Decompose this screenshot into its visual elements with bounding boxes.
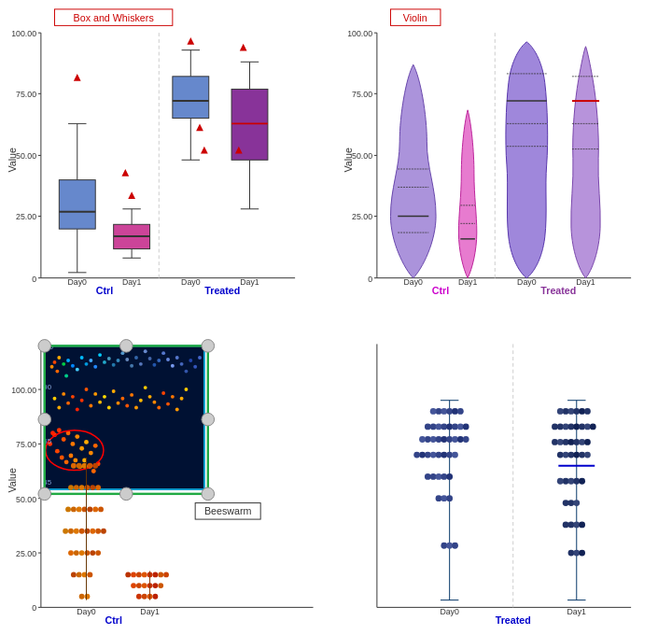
bee-ctrl-day0 — [74, 485, 79, 490]
scatter-dot — [171, 363, 175, 367]
violin-treated-day1 — [571, 47, 600, 278]
bee-treated-day0 — [446, 436, 453, 443]
outlier-box7 — [240, 44, 247, 51]
y-tick-75: 75.00 — [16, 90, 36, 99]
scatter-dot — [64, 374, 68, 377]
bee-treated-day1 — [579, 439, 585, 445]
bee-treated-day0 — [436, 436, 442, 443]
bee-treated-day0 — [419, 451, 426, 458]
scatter-dot — [134, 405, 138, 409]
svg-rect-23 — [173, 77, 209, 119]
scatter-dot — [180, 396, 184, 400]
scatter-dot — [98, 400, 102, 403]
scatter-dot — [89, 450, 93, 455]
scatter-beeswarm-chart: Value 0 25.00 50.00 75.00 100.00 Ctrl Da… — [5, 325, 331, 635]
handle-br[interactable] — [202, 487, 215, 501]
scatter-dot — [166, 358, 170, 361]
bee-treated-day0 — [446, 473, 453, 480]
scatter-background — [45, 346, 204, 489]
bee-ctrl-day1 — [131, 572, 136, 577]
handle-mr[interactable] — [202, 413, 215, 426]
bee-ctrl-day0 — [90, 485, 95, 490]
bee-ctrl-day0 — [79, 528, 85, 533]
violin-day0-treated: Day0 — [517, 277, 537, 287]
bee-treated-day0 — [436, 495, 442, 501]
scatter-dot — [79, 445, 84, 450]
svg-rect-11 — [59, 180, 95, 230]
scatter-dot — [117, 401, 120, 404]
bee-treated-day1 — [563, 500, 569, 506]
scatter-y-25: 25.00 — [16, 548, 36, 557]
bee-treated-day0 — [430, 408, 437, 415]
scatter-dot — [85, 388, 89, 391]
day0-ctrl-label: Day0 — [68, 277, 88, 287]
bee-treated-day1 — [552, 423, 558, 430]
bee-treated-day1 — [557, 439, 564, 445]
violin-y-75: 75.00 — [352, 90, 372, 99]
bee-treated-day1 — [573, 408, 580, 415]
bee-treated-day1 — [563, 451, 569, 458]
scatter-dot — [180, 361, 184, 365]
bee-treated-day0 — [413, 451, 420, 458]
bee-treated-day0 — [425, 423, 431, 430]
handle-tr[interactable] — [202, 339, 215, 352]
bee-treated-day0 — [430, 473, 437, 480]
bee-treated-day0 — [441, 473, 447, 480]
bee-treated-day1 — [573, 451, 580, 458]
violin-day0-ctrl: Day0 — [404, 277, 424, 287]
scatter-day1-ctrl: Day1 — [140, 607, 160, 616]
bee-ctrl-day1 — [152, 572, 158, 577]
scatter-dot — [62, 437, 66, 442]
bee-ctrl-day0 — [87, 572, 92, 577]
day0-treated-label: Day0 — [181, 277, 201, 287]
scatter-dot — [89, 403, 92, 407]
day1-treated-label: Day1 — [240, 277, 259, 287]
outlier-box3 — [121, 169, 129, 176]
bee-ctrl-day0 — [68, 528, 74, 533]
scatter-dot — [130, 392, 133, 396]
bee-treated-day1 — [568, 549, 575, 556]
bee-treated-day1 — [568, 521, 575, 528]
scatter-dot — [130, 363, 133, 367]
bee-treated-day1 — [563, 408, 569, 415]
bee-ctrl-day0 — [85, 485, 91, 490]
bee-treated-day1 — [563, 477, 569, 484]
box-whiskers-chart: Box and Whiskers Value 0 25.00 50.00 75.… — [5, 5, 331, 316]
handle-tm[interactable] — [119, 339, 133, 352]
scatter-dot — [57, 405, 61, 409]
bee-treated-day1 — [573, 500, 580, 506]
scatter-dot — [152, 400, 156, 403]
bee-treated-day1 — [573, 439, 580, 445]
handle-bm[interactable] — [119, 487, 133, 501]
bee-treated-day0 — [425, 473, 431, 480]
ctrl-label-violin: Ctrl — [432, 285, 449, 296]
bee-ctrl-day0 — [79, 593, 85, 599]
bee-treated-day1 — [552, 439, 558, 445]
bee-treated-day0 — [452, 451, 458, 458]
bee-treated-day0 — [436, 408, 442, 415]
scatter-dot — [91, 469, 96, 473]
scatter-dot — [71, 394, 75, 398]
handle-bl[interactable] — [38, 487, 51, 501]
bee-treated-day0 — [452, 408, 458, 415]
violin-day1-ctrl: Day1 — [458, 277, 478, 287]
handle-ml[interactable] — [38, 413, 51, 426]
bee-treated-day0 — [446, 423, 453, 430]
bee-treated-day1 — [584, 439, 591, 445]
handle-tl[interactable] — [38, 339, 51, 352]
scatter-dot — [62, 392, 65, 396]
bee-treated-day0 — [436, 451, 442, 458]
scatter-dot — [166, 402, 170, 405]
bee-ctrl-day0 — [71, 462, 77, 468]
bee-treated-day0 — [430, 423, 437, 430]
bee-treated-day0 — [457, 408, 464, 415]
bee-ctrl-day0 — [101, 528, 106, 533]
scatter-dot — [185, 388, 189, 391]
bee-treated-day1 — [584, 423, 591, 430]
bee-ctrl-day0 — [85, 528, 91, 533]
bee-treated-day0 — [452, 436, 458, 443]
bee-treated-day1 — [563, 521, 569, 528]
scatter-dot — [144, 386, 147, 389]
scatter-dot — [139, 361, 143, 365]
bee-ctrl-day1 — [131, 583, 136, 588]
